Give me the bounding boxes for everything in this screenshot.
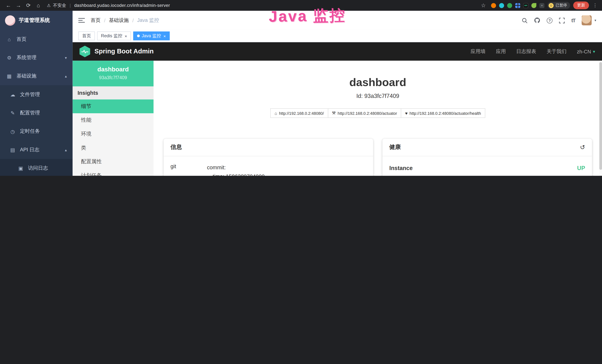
sidebar-item-config[interactable]: ✎ 配置管理 (0, 104, 73, 122)
search-icon[interactable] (522, 17, 528, 23)
info-card-body: git commit: time: 1596289704000 id: 27aa… (163, 156, 373, 176)
chevron-down-icon: ▾ (593, 49, 595, 54)
breadcrumb: 首页 / 基础设施 / Java 监控 (91, 17, 159, 24)
dashboard-icon: ⌂ (6, 36, 12, 42)
reload-icon[interactable]: ⟳ (24, 0, 33, 11)
sba-menu-scheduled-tasks[interactable]: 计划任务 (73, 169, 153, 176)
bookmark-star-icon[interactable]: ☆ (479, 0, 488, 11)
sba-nav-applications[interactable]: 应用 (496, 48, 506, 55)
chevron-down-icon: ▾ (65, 55, 67, 60)
tab-java-monitor[interactable]: Java 监控 × (133, 32, 170, 40)
service-url-link[interactable]: ⌂ http://192.168.0.2:48080/ (270, 108, 328, 118)
sidebar-item-home[interactable]: ⌂ 首页 (0, 30, 73, 48)
hamburger-icon[interactable] (78, 18, 85, 23)
app-logo[interactable]: 芋道管理系统 (0, 11, 73, 30)
extension-icon-4[interactable] (515, 3, 520, 8)
chevron-up-icon: ▴ (65, 148, 67, 152)
sba-nav-wallboard[interactable]: 应用墙 (471, 48, 485, 55)
home-icon[interactable]: ⌂ (34, 0, 43, 11)
health-url-link[interactable]: ♥ http://192.168.0.2:48080/actuator/heal… (401, 108, 485, 118)
sba-nav-journal[interactable]: 日志报表 (516, 48, 536, 55)
sidebar-item-label: 文件管理 (20, 91, 40, 98)
browser-menu-icon[interactable]: ⋮ (592, 3, 598, 8)
close-icon[interactable]: × (163, 33, 166, 38)
sidebar-item-api-logs[interactable]: ▤ API 日志 ▴ (0, 140, 73, 159)
right-column: 健康 ↺ Instance UP (382, 139, 592, 176)
history-icon[interactable]: ↺ (580, 143, 585, 151)
fullscreen-icon[interactable] (559, 17, 565, 23)
sba-menu-metrics[interactable]: 性能 (73, 113, 153, 127)
health-card-header: 健康 ↺ (382, 139, 592, 156)
health-card-body: Instance UP (382, 156, 592, 176)
sidebar-item-scheduled-jobs[interactable]: ◷ 定时任务 (0, 122, 73, 140)
sba-menu-details[interactable]: 细节 (73, 99, 153, 113)
breadcrumb-current: Java 监控 (137, 17, 159, 24)
sidebar-item-access-logs[interactable]: ▣ 访问日志 (0, 159, 73, 176)
info-value: commit: time: 1596289704000 id: 27aa832 … (207, 163, 366, 176)
browser-toolbar: ← → ⟳ ⌂ ⚠ 不安全 | dashboard.yudao.iocoder.… (0, 0, 602, 11)
link-url: http://192.168.0.2:48080/actuator (338, 111, 397, 115)
main-area: 首页 / 基础设施 / Java 监控 ? tT ▾ (73, 11, 602, 176)
instance-header[interactable]: dashboard 93a3fc7f7409 (73, 61, 153, 86)
help-icon[interactable]: ? (547, 17, 552, 23)
breadcrumb-separator: / (132, 17, 134, 23)
extension-icon-2[interactable] (499, 3, 504, 8)
address-bar[interactable]: ⚠ 不安全 | dashboard.yudao.iocoder.cn/infra… (47, 2, 170, 8)
chrome-update-button[interactable]: 更新 (573, 1, 589, 9)
instance-links: ⌂ http://192.168.0.2:48080/ ⚒ http://192… (163, 108, 592, 118)
page-instance-id: Id: 93a3fc7f7409 (163, 93, 592, 99)
sba-nav-about[interactable]: 关于我们 (547, 48, 567, 55)
sba-language-select[interactable]: zh-CN ▾ (577, 49, 595, 54)
scrollbar-thumb[interactable] (599, 62, 602, 170)
sidebar-item-files[interactable]: ☁ 文件管理 (0, 85, 73, 104)
sba-menu-environment[interactable]: 环境 (73, 127, 153, 141)
actuator-url-link[interactable]: ⚒ http://192.168.0.2:48080/actuator (328, 108, 401, 118)
scrollbar[interactable] (599, 61, 602, 176)
sidebar-item-label: 访问日志 (28, 165, 48, 171)
card-title: 信息 (170, 143, 182, 151)
health-row-instance[interactable]: Instance UP (389, 165, 585, 176)
api-log-icon: ▤ (10, 147, 16, 153)
extension-icon-on[interactable]: on (523, 3, 528, 8)
sba-menu-configprops[interactable]: 配置属性 (73, 155, 153, 169)
browser-window: ← → ⟳ ⌂ ⚠ 不安全 | dashboard.yudao.iocoder.… (0, 0, 602, 176)
sba-content: dashboard Id: 93a3fc7f7409 ⌂ http://192.… (153, 61, 602, 176)
heart-icon: ♥ (405, 111, 408, 115)
home-icon: ⌂ (275, 111, 277, 115)
git-commit-line: commit: (207, 163, 366, 172)
back-icon[interactable]: ← (4, 0, 13, 11)
profile-paused-badge[interactable]: ☺ 已暂停 (548, 2, 570, 9)
infrastructure-icon: ▦ (6, 73, 12, 79)
tab-label: 首页 (82, 33, 91, 39)
tab-home[interactable]: 首页 (78, 32, 95, 40)
avatar-caret-icon[interactable]: ▾ (595, 18, 596, 22)
security-warning-icon: ⚠ (47, 3, 51, 8)
tab-redis-monitor[interactable]: Redis 监控 × (97, 32, 131, 40)
github-icon[interactable] (534, 17, 540, 23)
sba-nav: 应用墙 应用 日志报表 关于我们 zh-CN ▾ (471, 48, 595, 55)
extensions-puzzle-icon[interactable]: + (539, 3, 544, 8)
sidebar-item-infra[interactable]: ▦ 基础设施 ▴ (0, 67, 73, 85)
git-time-line: time: 1596289704000 (207, 172, 366, 176)
sidebar-item-label: 配置管理 (20, 109, 40, 116)
timer-icon: ◷ (10, 128, 16, 134)
sidebar-item-system[interactable]: ⚙ 系统管理 ▾ (0, 48, 73, 67)
extension-icon-leaf[interactable] (531, 3, 536, 8)
security-label: 不安全 (53, 2, 66, 8)
extension-icon-3[interactable] (507, 3, 512, 8)
instance-name: dashboard (76, 66, 150, 73)
sba-menu-classes[interactable]: 类 (73, 141, 153, 155)
sba-menu-section-insights: Insights (73, 86, 153, 99)
page-title: dashboard (163, 76, 592, 89)
breadcrumb-infra[interactable]: 基础设施 (109, 17, 129, 24)
top-navbar: 首页 / 基础设施 / Java 监控 ? tT ▾ (73, 11, 602, 30)
user-avatar[interactable] (582, 15, 592, 25)
link-url: http://192.168.0.2:48080/actuator/health (409, 111, 481, 115)
breadcrumb-home[interactable]: 首页 (91, 17, 101, 24)
font-size-icon[interactable]: tT (571, 17, 575, 23)
close-icon[interactable]: × (125, 33, 127, 38)
forward-icon[interactable]: → (14, 0, 23, 11)
tab-label: Redis 监控 (101, 33, 122, 39)
sidebar-item-label: 定时任务 (20, 128, 40, 135)
extension-icon-1[interactable] (491, 3, 496, 8)
